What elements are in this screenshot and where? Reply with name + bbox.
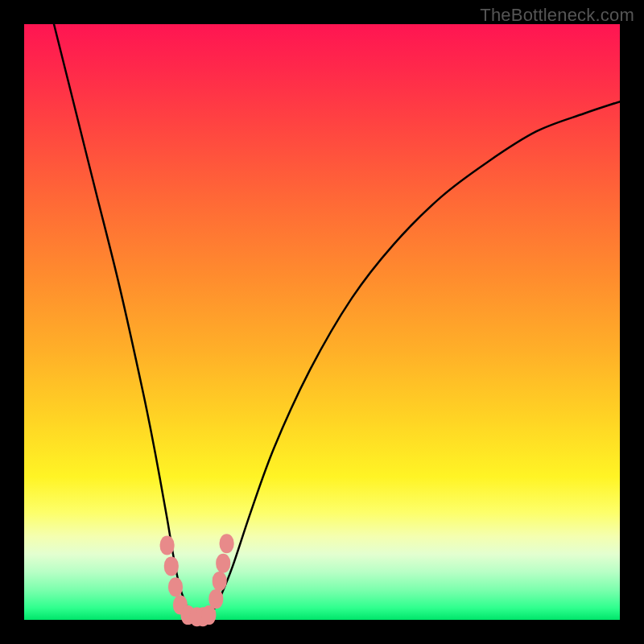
valley-marker [216, 554, 230, 573]
valley-marker [201, 605, 216, 625]
valley-marker [213, 572, 227, 591]
bottleneck-curve-path [54, 24, 620, 621]
chart-plot-area [24, 24, 620, 620]
valley-markers [160, 534, 234, 626]
valley-marker [160, 536, 175, 555]
valley-marker [208, 589, 223, 609]
valley-marker [164, 556, 179, 576]
watermark-text: TheBottleneck.com [480, 5, 634, 26]
valley-marker [168, 577, 183, 597]
bottleneck-curve-svg [24, 24, 620, 620]
valley-marker [220, 534, 234, 553]
